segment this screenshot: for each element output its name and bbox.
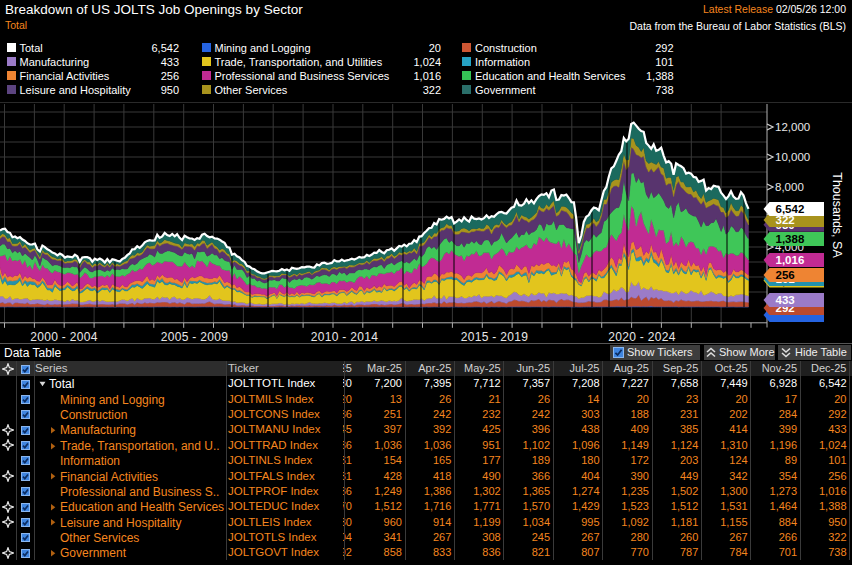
svg-text:2005 - 2009: 2005 - 2009 xyxy=(161,330,228,344)
svg-text:2000 - 2004: 2000 - 2004 xyxy=(30,330,97,344)
svg-text:256: 256 xyxy=(776,269,795,281)
svg-text:Thousands, SA: Thousands, SA xyxy=(830,172,844,258)
svg-text:6,542: 6,542 xyxy=(776,203,805,215)
svg-text:10,000: 10,000 xyxy=(775,151,810,163)
svg-text:1,388: 1,388 xyxy=(776,233,805,245)
svg-text:12,000: 12,000 xyxy=(775,121,810,133)
svg-text:433: 433 xyxy=(776,294,795,306)
svg-text:2015 - 2019: 2015 - 2019 xyxy=(461,330,528,344)
svg-text:2020 - 2024: 2020 - 2024 xyxy=(608,330,675,344)
svg-text:8,000: 8,000 xyxy=(775,181,804,193)
svg-text:1,016: 1,016 xyxy=(776,254,805,266)
svg-text:2010 - 2014: 2010 - 2014 xyxy=(311,330,378,344)
